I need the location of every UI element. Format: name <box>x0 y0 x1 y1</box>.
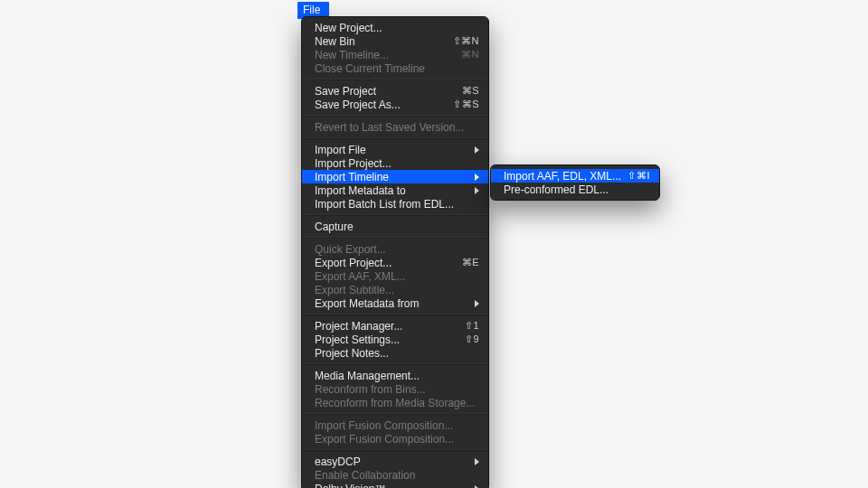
menu-item-reconform-from-media-storage: Reconform from Media Storage... <box>302 396 488 409</box>
menu-separator <box>302 237 488 239</box>
menu-item-import-batch-list-from-edl[interactable]: Import Batch List from EDL... <box>302 197 488 211</box>
menu-item-import-file[interactable]: Import File <box>302 143 488 156</box>
menu-separator <box>302 214 488 216</box>
chevron-right-icon <box>475 300 479 307</box>
menu-item-revert-to-last-saved-version: Revert to Last Saved Version... <box>302 120 488 134</box>
menu-item-label: Import Timeline <box>315 171 467 183</box>
menu-item-label: New Project... <box>315 22 479 34</box>
menu-item-label: Project Notes... <box>315 347 479 360</box>
menu-item-label: Import Batch List from EDL... <box>315 198 479 211</box>
menu-separator <box>302 449 488 451</box>
menu-separator <box>302 115 488 117</box>
menu-item-label: Dolby Vision™ <box>315 483 467 489</box>
menu-item-label: Import AAF, EDL, XML... <box>504 170 627 183</box>
chevron-right-icon <box>475 458 479 465</box>
chevron-right-icon <box>475 187 479 194</box>
menu-item-label: New Bin <box>315 35 453 48</box>
menu-item-export-metadata-from[interactable]: Export Metadata from <box>302 296 488 310</box>
menu-item-label: Export Fusion Composition... <box>315 433 479 446</box>
menu-item-label: Reconform from Media Storage... <box>315 397 479 409</box>
menu-item-easydcp[interactable]: easyDCP <box>302 455 488 468</box>
menu-item-export-project[interactable]: Export Project...⌘E <box>302 256 488 269</box>
menu-item-label: New Timeline... <box>315 49 461 61</box>
menu-item-label: Enable Collaboration <box>315 469 479 482</box>
menu-item-label: easyDCP <box>315 455 467 468</box>
menu-item-shortcut: ⌘S <box>462 85 479 97</box>
menu-item-export-fusion-composition: Export Fusion Composition... <box>302 432 488 446</box>
menu-item-label: Project Manager... <box>315 320 465 333</box>
menu-separator <box>302 363 488 365</box>
menu-item-label: Import Fusion Composition... <box>315 419 479 432</box>
menu-item-shortcut: ⌘E <box>462 257 479 268</box>
menu-item-project-manager[interactable]: Project Manager...⇧1 <box>302 319 488 333</box>
menu-item-import-fusion-composition: Import Fusion Composition... <box>302 418 488 432</box>
menu-item-new-bin[interactable]: New Bin⇧⌘N <box>302 34 488 48</box>
menu-separator <box>302 79 488 80</box>
menu-item-quick-export: Quick Export... <box>302 242 488 256</box>
menu-item-label: Reconform from Bins... <box>315 383 479 396</box>
menu-item-label: Import Metadata to <box>315 184 467 197</box>
menu-item-import-metadata-to[interactable]: Import Metadata to <box>302 183 488 197</box>
menu-item-capture[interactable]: Capture <box>302 220 488 233</box>
menu-item-label: Import Project... <box>315 157 479 170</box>
menu-item-shortcut: ⇧⌘I <box>627 170 650 182</box>
menu-item-label: Media Management... <box>315 370 479 382</box>
menu-item-label: Project Settings... <box>315 333 465 346</box>
menu-item-shortcut: ⇧⌘S <box>453 99 479 110</box>
menu-item-label: Save Project As... <box>315 99 453 111</box>
menu-item-save-project[interactable]: Save Project⌘S <box>302 84 488 98</box>
menu-item-export-subtitle: Export Subtitle... <box>302 283 488 296</box>
menu-separator <box>302 314 488 315</box>
menu-item-reconform-from-bins: Reconform from Bins... <box>302 382 488 396</box>
menu-item-project-notes[interactable]: Project Notes... <box>302 346 488 360</box>
file-menu-dropdown: New Project...New Bin⇧⌘NNew Timeline...⌘… <box>301 16 489 488</box>
menu-item-label: Close Current Timeline <box>315 62 479 75</box>
menu-item-label: Pre-conformed EDL... <box>504 183 650 196</box>
menu-item-label: Export Project... <box>315 257 462 269</box>
menu-item-label: Revert to Last Saved Version... <box>315 121 479 134</box>
menu-item-dolby-vision[interactable]: Dolby Vision™ <box>302 482 488 488</box>
menu-item-import-timeline[interactable]: Import Timeline <box>302 170 488 183</box>
menu-item-label: Quick Export... <box>315 243 479 256</box>
menu-item-media-management[interactable]: Media Management... <box>302 369 488 382</box>
chevron-right-icon <box>475 174 479 181</box>
menu-item-label: Capture <box>315 221 479 233</box>
menu-item-shortcut: ⇧⌘N <box>453 35 479 47</box>
menu-item-save-project-as[interactable]: Save Project As...⇧⌘S <box>302 98 488 111</box>
menu-item-label: Import File <box>315 144 467 156</box>
menubar-file-label: File <box>303 4 320 16</box>
menu-item-new-project[interactable]: New Project... <box>302 21 488 34</box>
menu-item-shortcut: ⇧9 <box>465 333 479 345</box>
menu-item-shortcut: ⇧1 <box>465 320 479 332</box>
menu-item-new-timeline: New Timeline...⌘N <box>302 48 488 61</box>
menu-item-shortcut: ⌘N <box>461 49 479 61</box>
chevron-right-icon <box>475 146 479 154</box>
menu-item-export-aaf-xml: Export AAF, XML... <box>302 269 488 283</box>
menu-item-label: Save Project <box>315 85 462 98</box>
menu-item-label: Export AAF, XML... <box>315 270 479 283</box>
import-timeline-submenu: Import AAF, EDL, XML...⇧⌘IPre-conformed … <box>490 164 660 201</box>
menu-item-pre-conformed-edl[interactable]: Pre-conformed EDL... <box>491 183 659 196</box>
menu-item-import-aaf-edl-xml[interactable]: Import AAF, EDL, XML...⇧⌘I <box>491 169 659 183</box>
menu-item-import-project[interactable]: Import Project... <box>302 156 488 170</box>
menu-item-enable-collaboration: Enable Collaboration <box>302 468 488 482</box>
menu-item-label: Export Metadata from <box>315 297 467 310</box>
menu-separator <box>302 413 488 415</box>
menu-separator <box>302 137 488 139</box>
menu-item-project-settings[interactable]: Project Settings...⇧9 <box>302 333 488 346</box>
chevron-right-icon <box>475 485 479 489</box>
menu-item-label: Export Subtitle... <box>315 284 479 296</box>
menu-item-close-current-timeline: Close Current Timeline <box>302 61 488 75</box>
